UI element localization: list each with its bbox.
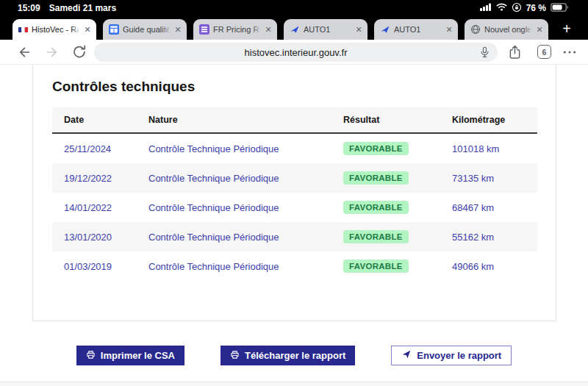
status-badge: FAVORABLE xyxy=(343,142,409,155)
tab-count-value: 6 xyxy=(542,48,547,57)
auto1-favicon xyxy=(380,24,390,35)
more-menu-icon[interactable] xyxy=(562,47,577,60)
report-section-card: Contrôles techniques Date Nature Résulta… xyxy=(32,65,556,321)
status-badge: FAVORABLE xyxy=(343,171,409,185)
page-title: Contrôles techniques xyxy=(52,79,195,95)
cell-kilometrage: 68467 km xyxy=(440,202,537,213)
technical-inspections-table: Date Nature Résultat Kilométrage 25/11/2… xyxy=(52,107,537,281)
battery-percent: 76 % xyxy=(526,3,546,13)
send-icon xyxy=(401,349,412,362)
report-actions: Imprimer le CSA Télécharger le rapport E… xyxy=(0,346,588,365)
cell-kilometrage: 73135 km xyxy=(440,173,537,184)
table-row: 14/01/2022 Contrôle Technique Périodique… xyxy=(52,193,537,222)
printer-icon xyxy=(230,350,240,362)
cellular-icon xyxy=(480,3,492,13)
tab-histovec[interactable]: HistoVec - Rappo ✕ xyxy=(12,19,96,40)
cell-nature: Contrôle Technique Périodique xyxy=(137,202,331,213)
status-badge: FAVORABLE xyxy=(343,201,409,214)
wifi-icon xyxy=(496,3,507,13)
tab-label-fade xyxy=(343,22,352,37)
table-header-row: Date Nature Résultat Kilométrage xyxy=(52,107,537,134)
send-report-label: Envoyer le rapport xyxy=(417,350,501,361)
microphone-icon[interactable] xyxy=(478,46,491,62)
close-icon[interactable]: ✕ xyxy=(82,25,93,35)
tab-label-fade xyxy=(523,22,533,37)
printer-icon xyxy=(86,350,96,362)
tab-nouvel-onglet[interactable]: Nouvel onglet ✕ xyxy=(465,19,548,40)
url-text: histovec.interieur.gouv.fr xyxy=(245,47,348,58)
list-favicon xyxy=(199,24,209,35)
status-badge: FAVORABLE xyxy=(343,260,409,273)
reload-icon[interactable] xyxy=(71,44,87,60)
next-section-divider xyxy=(0,382,588,386)
cell-kilometrage: 101018 km xyxy=(440,143,537,154)
back-icon[interactable] xyxy=(16,44,32,60)
cell-date: 13/01/2020 xyxy=(52,232,137,243)
cell-nature: Contrôle Technique Périodique xyxy=(137,261,331,272)
download-report-button[interactable]: Télécharger le rapport xyxy=(220,346,355,365)
col-header-date: Date xyxy=(52,115,137,125)
browser-window: 15:09 Samedi 21 mars 76 % HistoVec - Rap… xyxy=(0,0,588,386)
tab-count-icon[interactable]: 6 xyxy=(537,45,551,59)
cell-date: 25/11/2024 xyxy=(52,143,137,154)
cell-kilometrage: 49066 km xyxy=(440,261,537,272)
tab-auto1-2[interactable]: AUTO1 ✕ xyxy=(374,19,458,40)
cell-date: 14/01/2022 xyxy=(52,202,137,213)
rotation-lock-icon xyxy=(512,2,522,15)
status-bar: 15:09 Samedi 21 mars 76 % xyxy=(0,0,588,16)
close-icon[interactable]: ✕ xyxy=(534,25,545,35)
col-header-resultat: Résultat xyxy=(331,115,440,125)
cell-nature: Contrôle Technique Périodique xyxy=(137,232,331,243)
tab-label-fade xyxy=(433,22,442,37)
clock: 15:09 xyxy=(18,3,40,13)
table-row: 13/01/2020 Contrôle Technique Périodique… xyxy=(52,222,537,251)
cell-nature: Contrôle Technique Périodique xyxy=(137,173,331,184)
send-report-button[interactable]: Envoyer le rapport xyxy=(391,346,512,365)
close-icon[interactable]: ✕ xyxy=(173,25,183,35)
tab-fr-pricing[interactable]: FR Pricing Reque ✕ xyxy=(193,19,277,40)
tab-label-fade xyxy=(162,22,171,37)
battery-icon xyxy=(551,3,569,14)
table-row: 01/03/2019 Contrôle Technique Périodique… xyxy=(52,251,537,281)
globe-favicon xyxy=(470,24,481,35)
print-csa-label: Imprimer le CSA xyxy=(101,350,175,361)
close-icon[interactable]: ✕ xyxy=(354,25,364,35)
tab-label-fade xyxy=(252,22,262,37)
browser-toolbar: histovec.interieur.gouv.fr 6 xyxy=(0,40,588,65)
download-report-label: Télécharger le rapport xyxy=(245,350,345,361)
tab-guide-qualite[interactable]: Guide qualité - C ✕ xyxy=(103,19,187,40)
tab-label-fade xyxy=(71,22,81,37)
close-icon[interactable]: ✕ xyxy=(444,25,454,35)
tab-auto1-1[interactable]: AUTO1 ✕ xyxy=(284,19,368,40)
date-label: Samedi 21 mars xyxy=(49,3,116,13)
cell-kilometrage: 55162 km xyxy=(440,232,537,243)
status-badge: FAVORABLE xyxy=(343,230,409,243)
cell-date: 19/12/2022 xyxy=(52,173,137,184)
new-tab-icon[interactable]: + xyxy=(557,19,576,38)
forward-icon[interactable] xyxy=(44,44,60,60)
table-row: 19/12/2022 Contrôle Technique Périodique… xyxy=(52,163,537,193)
print-csa-button[interactable]: Imprimer le CSA xyxy=(76,346,184,365)
table-row: 25/11/2024 Contrôle Technique Périodique… xyxy=(52,134,537,163)
share-icon[interactable] xyxy=(507,44,523,63)
layout-favicon xyxy=(109,24,119,35)
auto1-favicon xyxy=(290,24,300,35)
tab-strip: HistoVec - Rappo ✕ Guide qualité - C ✕ F… xyxy=(0,16,588,40)
url-bar[interactable]: histovec.interieur.gouv.fr xyxy=(94,43,498,62)
cell-date: 01/03/2019 xyxy=(52,261,137,272)
close-icon[interactable]: ✕ xyxy=(263,25,273,35)
col-header-kilometrage: Kilométrage xyxy=(440,115,537,125)
cell-nature: Contrôle Technique Périodique xyxy=(137,143,331,154)
col-header-nature: Nature xyxy=(137,115,331,125)
french-flag-favicon xyxy=(18,25,28,35)
